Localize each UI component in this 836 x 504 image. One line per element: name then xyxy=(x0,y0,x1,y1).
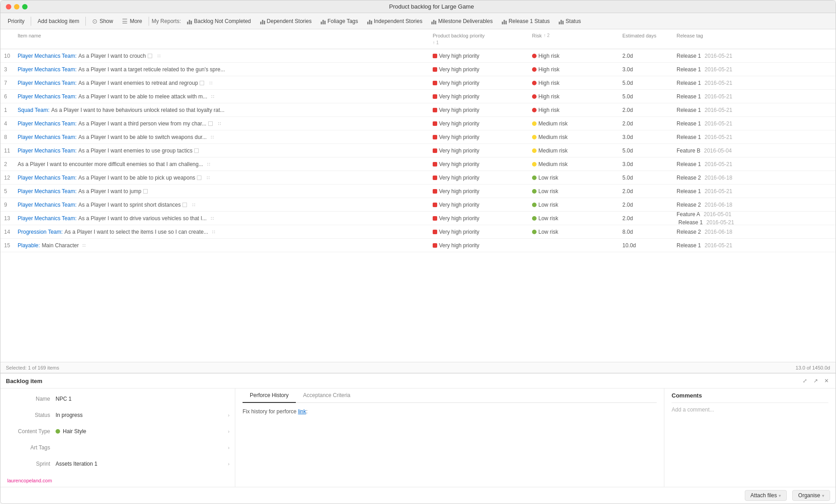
table-row[interactable]: 3 Player Mechanics Team: As a Player I w… xyxy=(0,63,836,76)
drag-handle[interactable] xyxy=(212,230,215,234)
toolbar-milestone-deliverables[interactable]: Milestone Deliverables xyxy=(428,16,496,26)
content-type-arrow[interactable]: › xyxy=(228,429,229,434)
table-row[interactable]: 4 Player Mechanics Team: As a Player I w… xyxy=(0,117,836,130)
row-name[interactable]: As a Player I want to encounter more dif… xyxy=(14,160,429,168)
toolbar-dependent-stories[interactable]: Dependent Stories xyxy=(257,16,315,26)
row-checkbox[interactable] xyxy=(148,54,152,58)
maximize-button[interactable] xyxy=(22,4,28,9)
table-row[interactable]: 13 Player Mechanics Team: As a Player I … xyxy=(0,212,836,225)
organise-button[interactable]: Organise ▾ xyxy=(792,490,830,501)
tab-acceptance-criteria[interactable]: Acceptance Criteria xyxy=(296,388,358,403)
status-arrow[interactable]: › xyxy=(228,413,229,418)
row-name[interactable]: Player Mechanics Team: As a Player I wan… xyxy=(14,52,429,60)
th-risk[interactable]: Risk ↑ 2 xyxy=(528,32,619,46)
drag-handle[interactable] xyxy=(192,203,196,207)
row-name[interactable]: Player Mechanics Team: As a Player I wan… xyxy=(14,65,429,74)
row-checkbox[interactable] xyxy=(182,203,187,207)
row-name[interactable]: Player Mechanics Team: As a Player I wan… xyxy=(14,187,429,195)
table-row[interactable]: 10 Player Mechanics Team: As a Player I … xyxy=(0,49,836,63)
sprint-arrow[interactable]: › xyxy=(228,462,229,467)
field-status[interactable]: Status In progress › xyxy=(6,410,229,420)
drag-handle[interactable] xyxy=(82,244,86,247)
drag-handle[interactable] xyxy=(209,81,213,85)
release-tag-value: Release 2 xyxy=(677,229,701,235)
row-name[interactable]: Player Mechanics Team: As a Player I wan… xyxy=(14,120,429,128)
drag-handle[interactable] xyxy=(206,176,210,180)
row-name[interactable]: Playable: Main Character xyxy=(14,241,429,250)
table-row[interactable]: 15 Playable: Main Character Very high pr… xyxy=(0,239,836,252)
row-name[interactable]: Progression Team: As a Player I want to … xyxy=(14,228,429,236)
toolbar-show[interactable]: ⊙ Show xyxy=(89,16,117,27)
release-date-value: 2016-06-18 xyxy=(705,202,732,208)
th-item-name[interactable]: Item name xyxy=(14,32,429,46)
drag-handle[interactable] xyxy=(218,122,221,125)
field-content-type[interactable]: Content Type Hair Style › xyxy=(6,426,229,436)
drag-handle[interactable] xyxy=(210,135,214,139)
popout-panel-button[interactable]: ↗ xyxy=(812,377,819,384)
release-tag-value: Release 1 xyxy=(677,80,701,86)
release-tag-value: Release 1 xyxy=(677,242,701,249)
toolbar-priority[interactable]: Priority xyxy=(4,16,28,26)
close-panel-button[interactable]: ✕ xyxy=(823,377,830,384)
table-row[interactable]: 2 As a Player I want to encounter more d… xyxy=(0,157,836,171)
th-release-tag[interactable]: Release tag xyxy=(673,32,745,46)
table-row[interactable]: 6 Player Mechanics Team: As a Player I w… xyxy=(0,90,836,103)
toolbar-backlog-not-completed[interactable]: Backlog Not Completed xyxy=(183,16,254,26)
table-row[interactable]: 8 Player Mechanics Team: As a Player I w… xyxy=(0,130,836,144)
table-row[interactable]: 7 Player Mechanics Team: As a Player I w… xyxy=(0,76,836,90)
priority-text: Very high priority xyxy=(439,188,479,194)
field-art-tags[interactable]: Art Tags › xyxy=(6,443,229,453)
row-extra xyxy=(745,150,836,152)
row-name[interactable]: Player Mechanics Team: As a Player I wan… xyxy=(14,133,429,141)
drag-handle[interactable] xyxy=(157,54,161,58)
toolbar-release1-status[interactable]: Release 1 Status xyxy=(498,16,553,26)
table-row[interactable]: 14 Progression Team: As a Player I want … xyxy=(0,225,836,239)
toolbar-more[interactable]: ☰ More xyxy=(118,16,145,27)
row-name[interactable]: Player Mechanics Team: As a Player I wan… xyxy=(14,214,429,222)
art-tags-arrow[interactable]: › xyxy=(228,445,229,450)
perforce-link[interactable]: link xyxy=(298,408,306,415)
row-name[interactable]: Player Mechanics Team: As a Player I wan… xyxy=(14,174,429,182)
drag-handle[interactable] xyxy=(211,95,215,98)
row-checkbox[interactable] xyxy=(194,148,199,153)
priority-text: Very high priority xyxy=(439,148,479,154)
row-checkbox[interactable] xyxy=(143,189,148,194)
row-name[interactable]: Player Mechanics Team: As a Player I wan… xyxy=(14,147,429,155)
row-checkbox[interactable] xyxy=(197,176,201,180)
release-tag-value: Release 1 xyxy=(677,53,701,59)
table-row[interactable]: 11 Player Mechanics Team: As a Player I … xyxy=(0,144,836,157)
tab-perforce-history[interactable]: Perforce History xyxy=(243,388,296,403)
th-backlog-priority[interactable]: Product backlog priority ↑ 1 xyxy=(429,32,528,46)
expand-panel-button[interactable]: ⤢ xyxy=(801,377,808,384)
row-checkbox[interactable] xyxy=(200,81,204,85)
toolbar-independent-stories[interactable]: Independent Stories xyxy=(364,16,426,26)
table-row[interactable]: 9 Player Mechanics Team: As a Player I w… xyxy=(0,198,836,212)
row-name[interactable]: Player Mechanics Team: As a Player I wan… xyxy=(14,92,429,101)
table-row[interactable]: 1 Squad Team: As a Player I want to have… xyxy=(0,103,836,117)
priority-text: Very high priority xyxy=(439,215,479,222)
row-checkbox[interactable] xyxy=(208,121,213,126)
close-button[interactable] xyxy=(6,4,11,9)
toolbar-add-backlog[interactable]: Add backlog item xyxy=(34,16,83,26)
add-comment[interactable]: Add a comment... xyxy=(672,407,828,413)
table-row[interactable]: 12 Player Mechanics Team: As a Player I … xyxy=(0,171,836,185)
risk-text: Medium risk xyxy=(538,134,568,140)
table-row[interactable]: 5 Player Mechanics Team: As a Player I w… xyxy=(0,185,836,198)
row-release: Feature B2016-05-04 xyxy=(673,147,745,155)
row-days: 2.0d xyxy=(619,214,673,222)
field-sprint[interactable]: Sprint Assets Iteration 1 › xyxy=(6,459,229,469)
row-name[interactable]: Player Mechanics Team: As a Player I wan… xyxy=(14,201,429,209)
toolbar-status[interactable]: Status xyxy=(555,16,584,26)
drag-handle[interactable] xyxy=(210,217,214,220)
attach-files-button[interactable]: Attach files ▾ xyxy=(745,490,787,501)
row-num: 9 xyxy=(0,201,14,209)
row-name[interactable]: Squad Team: As a Player I want to have b… xyxy=(14,106,429,114)
toolbar-foliage-tags[interactable]: Foliage Tags xyxy=(317,16,362,26)
row-name[interactable]: Player Mechanics Team: As a Player I wan… xyxy=(14,79,429,87)
drag-handle[interactable] xyxy=(207,162,210,166)
th-estimated-days[interactable]: Estimated days xyxy=(619,32,673,46)
risk-dot xyxy=(532,148,537,153)
minimize-button[interactable] xyxy=(14,4,19,9)
table-header: Item name Product backlog priority ↑ 1 R… xyxy=(0,29,836,49)
row-priority: Very high priority xyxy=(429,214,528,222)
